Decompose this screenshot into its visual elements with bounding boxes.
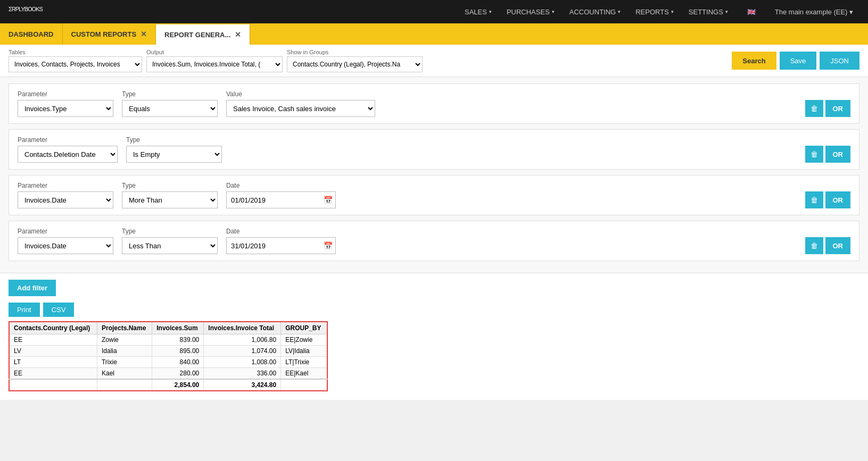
- nav-sales[interactable]: SALES▾: [458, 5, 498, 19]
- filter4-date-wrap: 📅: [226, 237, 336, 254]
- print-button[interactable]: Print: [9, 303, 40, 317]
- close-report-genera-icon[interactable]: ✕: [235, 30, 241, 39]
- cell-r2-c2: 840.00: [152, 357, 204, 368]
- filter3-param-label: Parameter: [18, 182, 113, 189]
- nav-purchases[interactable]: PURCHASES▾: [500, 5, 561, 19]
- filter2-type-select[interactable]: Is Empty: [126, 146, 222, 163]
- cell-r2-c1: Trixie: [97, 357, 152, 368]
- filter3-delete-button[interactable]: 🗑: [805, 191, 823, 208]
- cell-r1-c2: 895.00: [152, 346, 204, 357]
- search-button[interactable]: Search: [732, 52, 776, 70]
- filter3-date-input[interactable]: [226, 191, 336, 208]
- tab-report-genera[interactable]: REPORT GENERA... ✕: [156, 23, 250, 45]
- cell-r2-c0: LT: [9, 357, 97, 368]
- filter1-type-group: Type Equals: [122, 90, 218, 117]
- table-row: EEZowie839.001,006.80EE|Zowie: [9, 334, 327, 346]
- output-select[interactable]: Invoices.Sum, Invoices.Invoice Total, (: [146, 56, 283, 72]
- cell-r1-c0: LV: [9, 346, 97, 357]
- filter4-delete-button[interactable]: 🗑: [805, 237, 823, 254]
- filter1-value-label: Value: [226, 90, 375, 98]
- filter1-value-select[interactable]: Sales Invoice, Cash sales invoice: [226, 100, 375, 117]
- app-logo: ΣRPLYBOOKS: [9, 5, 43, 19]
- table-total-row: 2,854.003,424.80: [9, 379, 327, 391]
- user-menu[interactable]: The main example (EE) ▾: [768, 5, 859, 19]
- group-by-label: Show in Groups: [287, 49, 423, 55]
- cell-r2-c3: 1,008.00: [204, 357, 281, 368]
- add-filter-button[interactable]: Add filter: [9, 280, 56, 296]
- filter2-type-group: Type Is Empty: [126, 136, 222, 163]
- nav-reports[interactable]: REPORTS▾: [629, 5, 680, 19]
- col-invoice-total: Invoices.Invoice Total: [204, 322, 281, 334]
- filter3-date-group: Date 📅: [226, 182, 336, 208]
- filter2-param-select[interactable]: Contacts.Deletion Date: [18, 146, 118, 163]
- filter2-param-label: Parameter: [18, 136, 118, 144]
- actions-section: Add filter: [0, 273, 868, 303]
- cell-r3-c3: 336.00: [204, 368, 281, 380]
- results-section: Contacts.Country (Legal) Projects.Name I…: [0, 321, 868, 400]
- tables-group: Tables Invoices, Contacts, Projects, Inv…: [9, 49, 142, 72]
- filter1-param-select[interactable]: Invoices.Type: [18, 100, 113, 117]
- filter4-or-button[interactable]: OR: [825, 237, 851, 254]
- group-by-group: Show in Groups Contacts.Country (Legal),…: [287, 49, 423, 72]
- reports-arrow-icon: ▾: [671, 9, 674, 14]
- close-custom-reports-icon[interactable]: ✕: [140, 30, 147, 38]
- filter4-param-label: Parameter: [18, 228, 113, 235]
- filter3-type-select[interactable]: More Than: [122, 191, 218, 208]
- filter3-param-select[interactable]: Invoices.Date: [18, 191, 113, 208]
- top-navigation: ΣRPLYBOOKS SALES▾ PURCHASES▾ ACCOUNTING▾…: [0, 0, 868, 23]
- filter1-actions: 🗑 OR: [805, 100, 851, 117]
- filter3-type-group: Type More Than: [122, 182, 218, 208]
- json-button[interactable]: JSON: [820, 52, 859, 70]
- filter4-type-group: Type Less Than: [122, 228, 218, 254]
- filter2-delete-button[interactable]: 🗑: [805, 146, 823, 163]
- nav-accounting[interactable]: ACCOUNTING▾: [563, 5, 627, 19]
- tables-select[interactable]: Invoices, Contacts, Projects, Invoices: [9, 56, 142, 72]
- col-project: Projects.Name: [97, 322, 152, 334]
- filter4-date-input[interactable]: [226, 237, 336, 254]
- table-row: EEKael280.00336.00EE|Kael: [9, 368, 327, 380]
- cell-r3-c1: Kael: [97, 368, 152, 380]
- cell-r0-c1: Zowie: [97, 334, 152, 346]
- tab-dashboard[interactable]: DASHBOARD: [0, 23, 63, 45]
- accounting-arrow-icon: ▾: [618, 9, 621, 14]
- filter1-param-label: Parameter: [18, 90, 113, 98]
- filter3-type-label: Type: [122, 182, 218, 189]
- total-cell-c4: [281, 379, 327, 391]
- tab-custom-reports[interactable]: CUSTOM REPORTS ✕: [63, 23, 156, 45]
- filter4-param-select[interactable]: Invoices.Date: [18, 237, 113, 254]
- filter1-type-label: Type: [122, 90, 218, 98]
- filter1-or-button[interactable]: OR: [825, 100, 851, 117]
- cell-r0-c4: EE|Zowie: [281, 334, 327, 346]
- tables-label: Tables: [9, 49, 142, 55]
- content-area: Tables Invoices, Contacts, Projects, Inv…: [0, 45, 868, 400]
- cell-r2-c4: LT|Trixie: [281, 357, 327, 368]
- total-cell-c2: 2,854.00: [152, 379, 204, 391]
- filter1-type-select[interactable]: Equals: [122, 100, 218, 117]
- results-table: Contacts.Country (Legal) Projects.Name I…: [9, 321, 328, 391]
- cell-r1-c1: Idalia: [97, 346, 152, 357]
- table-row: LVIdalia895.001,074.00LV|Idalia: [9, 346, 327, 357]
- cell-r3-c0: EE: [9, 368, 97, 380]
- sales-arrow-icon: ▾: [489, 9, 492, 14]
- filter-bar-buttons: Search Save JSON: [732, 52, 859, 70]
- language-selector[interactable]: 🇬🇧: [741, 5, 762, 19]
- group-by-select[interactable]: Contacts.Country (Legal), Projects.Na: [287, 56, 423, 72]
- col-sum: Invoices.Sum: [152, 322, 204, 334]
- top-filter-bar: Tables Invoices, Contacts, Projects, Inv…: [0, 45, 868, 77]
- save-button[interactable]: Save: [780, 52, 817, 70]
- filter4-type-select[interactable]: Less Than: [122, 237, 218, 254]
- total-cell-c3: 3,424.80: [204, 379, 281, 391]
- filter4-actions: 🗑 OR: [805, 237, 851, 254]
- output-label: Output: [146, 49, 283, 55]
- cell-r0-c2: 839.00: [152, 334, 204, 346]
- filter2-or-button[interactable]: OR: [825, 146, 851, 163]
- total-cell-c1: [97, 379, 152, 391]
- filter1-delete-button[interactable]: 🗑: [805, 100, 823, 117]
- nav-settings[interactable]: SETTINGS▾: [682, 5, 734, 19]
- filter3-or-button[interactable]: OR: [825, 191, 851, 208]
- filter3-param-group: Parameter Invoices.Date: [18, 182, 113, 208]
- filter3-date-label: Date: [226, 182, 336, 189]
- filter-row-4: Parameter Invoices.Date Type Less Than D…: [9, 221, 859, 261]
- csv-button[interactable]: CSV: [43, 303, 75, 317]
- cell-r1-c4: LV|Idalia: [281, 346, 327, 357]
